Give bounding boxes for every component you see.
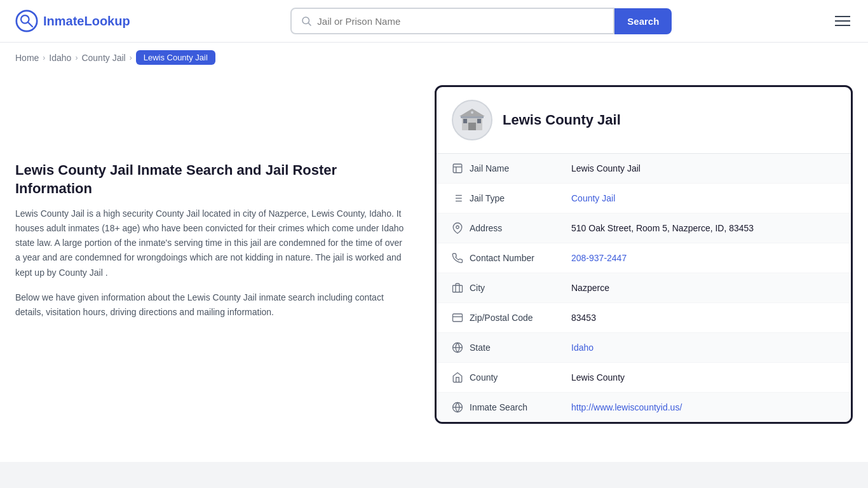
svg-line-2 xyxy=(28,22,32,27)
table-row: Zip/Postal Code 83453 xyxy=(437,303,851,333)
state-icon xyxy=(452,342,470,353)
breadcrumb-county-jail[interactable]: County Jail xyxy=(81,53,125,63)
logo-icon xyxy=(15,10,38,32)
state-label: State xyxy=(470,342,571,353)
phone-icon xyxy=(452,252,470,264)
jail-type-link[interactable]: County Jail xyxy=(571,193,615,203)
menu-icon[interactable] xyxy=(832,13,853,29)
zip-icon xyxy=(452,312,470,323)
search-button[interactable]: Search xyxy=(614,8,672,34)
svg-line-4 xyxy=(309,23,311,25)
header: InmateLookup Search xyxy=(0,0,868,43)
table-row: Contact Number 208-937-2447 xyxy=(437,243,851,273)
jail-card: Lewis County Jail Jail Name Lewis County… xyxy=(435,85,853,424)
county-value: Lewis County xyxy=(571,372,625,383)
svg-rect-22 xyxy=(453,285,463,292)
inmate-search-link[interactable]: http://www.lewiscountyid.us/ xyxy=(571,402,682,412)
main-content: Lewis County Jail Inmate Search and Jail… xyxy=(0,72,868,437)
jail-card-header: Lewis County Jail xyxy=(437,87,851,154)
breadcrumb-sep-2: › xyxy=(75,53,78,62)
jail-name-label: Jail Name xyxy=(470,163,571,173)
svg-point-3 xyxy=(302,17,309,24)
breadcrumb-idaho[interactable]: Idaho xyxy=(49,53,71,63)
table-row: County Lewis County xyxy=(437,363,851,393)
building-icon xyxy=(457,105,487,135)
contact-value: 208-937-2447 xyxy=(571,253,627,263)
svg-rect-23 xyxy=(453,314,463,322)
state-link[interactable]: Idaho xyxy=(571,342,593,353)
info-table: Jail Name Lewis County Jail Jail Type Co… xyxy=(437,154,851,422)
address-value: 510 Oak Street, Room 5, Nazperce, ID, 83… xyxy=(571,223,754,233)
zip-label: Zip/Postal Code xyxy=(470,313,571,323)
contact-label: Contact Number xyxy=(470,253,571,263)
breadcrumb-sep-1: › xyxy=(43,53,45,62)
svg-rect-10 xyxy=(461,116,484,118)
breadcrumb-home[interactable]: Home xyxy=(15,53,39,63)
right-column: Lewis County Jail Jail Name Lewis County… xyxy=(435,85,853,424)
inmate-search-label: Inmate Search xyxy=(470,402,571,412)
footer xyxy=(0,462,868,488)
svg-point-21 xyxy=(456,226,459,229)
svg-point-0 xyxy=(17,11,37,31)
table-row: State Idaho xyxy=(437,333,851,363)
search-icon xyxy=(301,15,312,27)
jail-type-icon xyxy=(452,193,470,204)
table-row: Address 510 Oak Street, Room 5, Nazperce… xyxy=(437,214,851,243)
page-title: Lewis County Jail Inmate Search and Jail… xyxy=(15,161,409,198)
table-row: Jail Type County Jail xyxy=(437,184,851,214)
county-icon xyxy=(452,372,470,383)
search-input[interactable] xyxy=(317,16,604,27)
search-area: Search xyxy=(290,8,672,34)
state-value: Idaho xyxy=(571,342,593,353)
county-label: County xyxy=(470,372,571,383)
breadcrumb-current: Lewis County Jail xyxy=(136,50,215,65)
web-icon xyxy=(452,402,470,413)
svg-rect-12 xyxy=(453,164,462,173)
breadcrumb: Home › Idaho › County Jail › Lewis Count… xyxy=(0,43,868,72)
zip-value: 83453 xyxy=(571,313,596,323)
city-value: Nazperce xyxy=(571,283,609,293)
svg-rect-8 xyxy=(463,119,467,123)
jail-card-name: Lewis County Jail xyxy=(503,112,621,128)
table-row: Jail Name Lewis County Jail xyxy=(437,154,851,184)
jail-avatar xyxy=(452,100,492,140)
city-icon xyxy=(452,282,470,294)
table-row: Inmate Search http://www.lewiscountyid.u… xyxy=(437,393,851,422)
breadcrumb-sep-3: › xyxy=(130,53,132,62)
inmate-search-value: http://www.lewiscountyid.us/ xyxy=(571,402,682,412)
address-icon xyxy=(452,222,470,234)
address-label: Address xyxy=(470,223,571,233)
search-wrapper xyxy=(290,8,614,34)
logo: InmateLookup xyxy=(15,10,130,32)
jail-name-icon xyxy=(452,163,470,174)
phone-link[interactable]: 208-937-2447 xyxy=(571,253,627,263)
left-column: Lewis County Jail Inmate Search and Jail… xyxy=(15,85,435,424)
svg-rect-9 xyxy=(477,119,481,123)
jail-type-value: County Jail xyxy=(571,193,615,203)
logo-text: InmateLookup xyxy=(43,14,130,29)
jail-type-label: Jail Type xyxy=(470,193,571,203)
svg-point-11 xyxy=(471,111,473,114)
table-row: City Nazperce xyxy=(437,273,851,303)
page-description-1: Lewis County Jail is a high security Cou… xyxy=(15,207,409,280)
jail-name-value: Lewis County Jail xyxy=(571,163,641,173)
page-description-2: Below we have given information about th… xyxy=(15,290,409,320)
city-label: City xyxy=(470,283,571,293)
svg-rect-7 xyxy=(468,123,476,130)
